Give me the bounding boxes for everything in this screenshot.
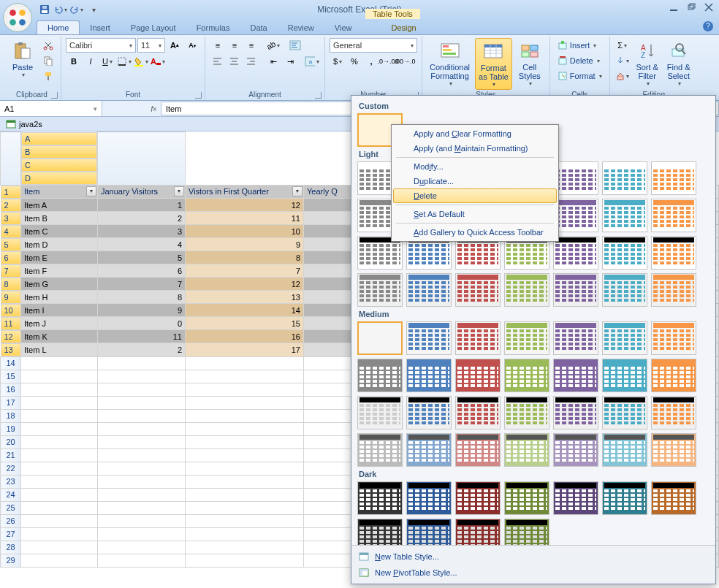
table-style-thumb[interactable] <box>553 481 598 515</box>
cell[interactable]: 5 <box>98 251 186 264</box>
cell[interactable]: 14 <box>186 304 304 317</box>
cell[interactable]: 3 <box>98 225 186 238</box>
shrink-font-icon[interactable]: A▾ <box>184 38 200 53</box>
table-style-thumb[interactable] <box>602 359 647 392</box>
table-style-thumb[interactable] <box>455 359 501 392</box>
cell[interactable] <box>304 264 354 278</box>
row-header[interactable]: 7 <box>1 264 21 278</box>
cell-styles-button[interactable]: Cell Styles▾ <box>514 38 545 88</box>
ctx-add-qat[interactable]: Add Gallery to Quick Access Toolbar <box>393 225 557 240</box>
row-header[interactable]: 5 <box>1 238 21 251</box>
cell[interactable]: 8 <box>98 291 186 304</box>
cell[interactable]: Item C <box>21 225 98 238</box>
table-style-thumb[interactable] <box>357 433 403 467</box>
name-box[interactable]: A1 <box>0 101 102 116</box>
row-header[interactable]: 20 <box>1 435 21 448</box>
table-style-thumb[interactable] <box>504 321 549 355</box>
table-style-thumb[interactable] <box>406 433 452 467</box>
table-style-thumb[interactable] <box>651 481 696 515</box>
col-header[interactable]: A <box>21 132 97 145</box>
save-icon[interactable] <box>38 3 51 16</box>
qat-customize-icon[interactable]: ▾ <box>86 3 99 16</box>
font-face-select[interactable]: Calibri▾ <box>66 38 136 53</box>
cell[interactable]: 8 <box>186 251 304 264</box>
cell[interactable]: 15 <box>186 317 304 330</box>
cell[interactable]: 12 <box>186 199 304 212</box>
table-header-cell[interactable]: Item▼ <box>21 185 98 199</box>
table-style-thumb[interactable] <box>602 199 647 232</box>
font-color-icon[interactable]: A▾ <box>150 54 166 69</box>
ctx-delete[interactable]: Delete <box>393 188 557 203</box>
cell[interactable] <box>304 330 354 343</box>
table-style-thumb[interactable] <box>455 273 501 307</box>
table-style-thumb[interactable] <box>553 396 598 429</box>
clear-icon[interactable]: ▾ <box>615 69 631 83</box>
cell[interactable]: 6 <box>98 264 186 278</box>
col-header[interactable]: C <box>21 159 97 172</box>
underline-icon[interactable]: U▾ <box>99 54 115 69</box>
table-style-thumb[interactable] <box>406 273 452 307</box>
cell[interactable]: 16 <box>186 330 304 343</box>
cell[interactable]: Item A <box>21 199 98 212</box>
col-header[interactable] <box>98 132 186 186</box>
format-cells-button[interactable]: Format▾ <box>555 69 605 83</box>
find-select-button[interactable]: Find & Select▾ <box>664 38 693 88</box>
tab-home[interactable]: Home <box>37 20 80 34</box>
insert-cells-button[interactable]: Insert▾ <box>555 38 605 53</box>
row-header[interactable]: 1 <box>1 186 21 199</box>
cell[interactable]: 2 <box>98 343 186 357</box>
tab-insert[interactable]: Insert <box>80 21 121 34</box>
orientation-icon[interactable]: ab▾ <box>265 38 281 53</box>
cell[interactable]: Item K <box>21 330 98 343</box>
table-style-thumb[interactable] <box>651 433 696 467</box>
merge-center-icon[interactable]: a▾ <box>304 54 320 69</box>
select-all-corner[interactable] <box>1 132 21 186</box>
cell[interactable]: Item E <box>21 251 98 264</box>
cell[interactable]: Item J <box>21 317 98 330</box>
table-style-thumb[interactable] <box>455 433 501 467</box>
table-style-thumb[interactable] <box>651 199 696 232</box>
fill-color-icon[interactable]: ▾ <box>133 54 149 69</box>
table-style-thumb[interactable] <box>357 481 403 515</box>
cell[interactable] <box>304 251 354 264</box>
table-style-thumb[interactable] <box>602 321 647 355</box>
row-header[interactable]: 29 <box>1 554 21 567</box>
filter-dropdown-icon[interactable]: ▼ <box>292 186 303 196</box>
cell[interactable]: 9 <box>98 304 186 317</box>
new-table-style-button[interactable]: NNew Table Style...ew Table Style... <box>357 549 710 565</box>
decrease-indent-icon[interactable]: ⇤ <box>265 54 281 69</box>
table-header-cell[interactable]: Yearly Q <box>304 185 354 199</box>
row-header[interactable]: 22 <box>1 462 21 475</box>
cell[interactable]: 0 <box>98 317 186 330</box>
delete-cells-button[interactable]: Delete▾ <box>555 53 605 68</box>
table-style-thumb[interactable] <box>406 359 452 392</box>
cell[interactable] <box>304 317 354 330</box>
table-header-cell[interactable]: Vistors in First Quarter▼ <box>186 185 304 199</box>
fx-icon[interactable]: fx <box>102 101 161 116</box>
row-header[interactable]: 21 <box>1 448 21 462</box>
col-header[interactable]: D <box>21 172 97 185</box>
table-style-thumb[interactable] <box>357 396 403 429</box>
cell[interactable] <box>304 291 354 304</box>
table-style-thumb[interactable] <box>357 321 403 355</box>
cell[interactable] <box>304 212 354 225</box>
format-as-table-button[interactable]: Format as Table▾ <box>475 38 512 90</box>
table-style-thumb[interactable] <box>602 396 647 429</box>
col-header[interactable]: B <box>21 145 97 159</box>
cell[interactable]: 7 <box>186 264 304 278</box>
fill-icon[interactable]: ▾ <box>615 53 631 68</box>
table-style-thumb[interactable] <box>504 396 549 429</box>
row-header[interactable]: 12 <box>1 330 21 343</box>
accounting-format-icon[interactable]: $▾ <box>330 54 346 69</box>
table-style-thumb[interactable] <box>651 161 696 195</box>
cell[interactable]: Item B <box>21 212 98 225</box>
italic-icon[interactable]: I <box>83 54 99 69</box>
ctx-duplicate[interactable]: Duplicate... <box>393 174 557 188</box>
close-button[interactable] <box>704 3 715 13</box>
row-header[interactable]: 14 <box>1 356 21 370</box>
table-style-thumb[interactable] <box>406 321 452 355</box>
table-style-thumb[interactable] <box>357 273 403 307</box>
filter-dropdown-icon[interactable]: ▼ <box>86 186 96 196</box>
row-header[interactable]: 11 <box>1 317 21 330</box>
restore-button[interactable] <box>687 3 697 13</box>
